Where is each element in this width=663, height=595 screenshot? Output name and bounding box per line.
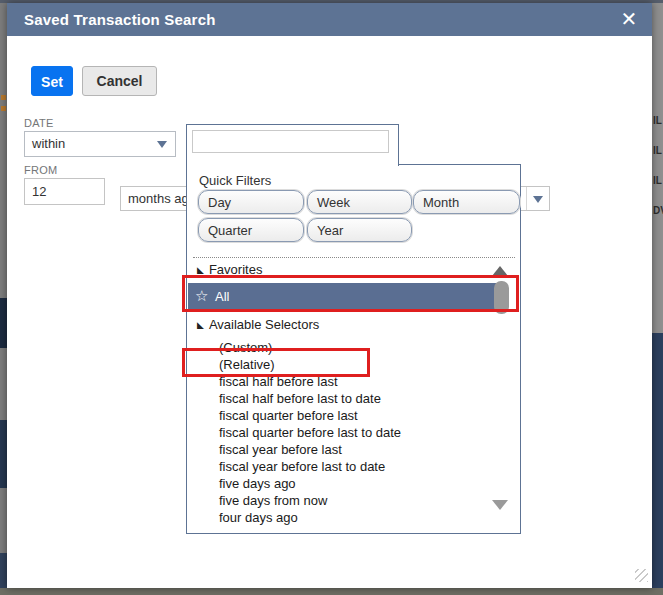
section-favorites[interactable]: ◣Favorites [197,262,262,277]
background-band [0,553,7,591]
selector-item[interactable]: fiscal year before last to date [187,458,519,475]
collapse-triangle-icon: ◣ [197,265,204,275]
scrollbar-thumb[interactable] [494,281,509,314]
background-text-fragment: IL [653,175,662,186]
modal-title: Saved Transaction Search [24,11,216,28]
filter-search-input[interactable] [192,130,389,153]
selector-item[interactable]: fiscal year before last [187,441,519,458]
date-filter-dropdown-tab [186,124,399,166]
background-text-fragment: DV [653,205,663,216]
date-field-label: DATE [24,117,54,129]
scroll-down-icon[interactable] [492,500,508,510]
quick-filter-month[interactable]: Month [413,190,520,214]
selector-item[interactable]: four days ago [187,509,519,526]
background-text-fragment: IL [653,115,662,126]
section-available-selectors[interactable]: ◣Available Selectors [197,317,319,332]
selector-item[interactable]: fiscal half before last [187,373,519,390]
selector-item[interactable]: fiscal quarter before last [187,407,519,424]
scroll-up-icon[interactable] [492,266,508,276]
from-value-input[interactable]: 12 [24,178,105,205]
quick-filter-quarter[interactable]: Quarter [198,218,304,242]
date-operator-select[interactable]: within [24,131,176,157]
selector-item[interactable]: fiscal quarter before last to date [187,424,519,441]
background-icon-fragment [1,95,6,100]
cancel-button[interactable]: Cancel [82,66,157,96]
from-value: 12 [32,184,46,199]
favorites-item-all-label: All [215,289,229,304]
modal-header: Saved Transaction Search ✕ [7,3,652,36]
selector-item[interactable]: fiscal half before last to date [187,390,519,407]
date-filter-dropdown-panel: Quick Filters Day Week Month Quarter Yea… [186,164,521,534]
section-available-selectors-label: Available Selectors [209,317,319,332]
collapse-triangle-icon: ◣ [197,320,204,330]
separator [193,257,515,258]
set-button[interactable]: Set [31,66,73,96]
background-left-edge [0,3,7,595]
background-text-fragment: IL [653,145,662,156]
star-icon: ☆ [195,287,208,305]
background-band [0,298,7,348]
select-arrow-cell[interactable] [526,187,549,210]
quick-filter-year[interactable]: Year [307,218,412,242]
background-band [0,420,7,488]
screen: IL IL IL DV Saved Transaction Search ✕ S… [0,0,663,595]
selector-item[interactable]: five days ago [187,475,519,492]
background-bottom-edge [0,588,663,595]
from-field-label: FROM [24,164,58,176]
chevron-down-icon [533,196,543,203]
background-icon-fragment [1,106,6,111]
selector-item-custom[interactable]: (Custom) [187,339,519,356]
quick-filter-day[interactable]: Day [198,190,304,214]
resize-handle-icon[interactable] [635,569,648,582]
quick-filters-heading: Quick Filters [199,173,271,188]
quick-filter-week[interactable]: Week [307,190,412,214]
section-favorites-label: Favorites [209,262,262,277]
close-icon[interactable]: ✕ [616,6,642,32]
background-band [652,333,663,595]
selector-item[interactable]: five days from now [187,492,519,509]
background-right-edge: IL IL IL DV [652,3,663,595]
date-operator-value: within [32,136,65,151]
selector-item-relative[interactable]: (Relative) [187,356,519,373]
favorites-item-all[interactable]: ☆ All [188,283,498,310]
chevron-down-icon [157,141,167,148]
